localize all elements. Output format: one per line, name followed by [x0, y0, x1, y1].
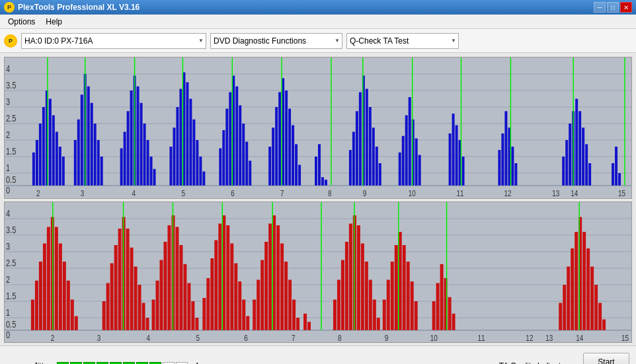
svg-rect-44 — [137, 87, 139, 186]
svg-rect-30 — [77, 120, 80, 186]
svg-text:15: 15 — [618, 189, 625, 198]
svg-rect-57 — [189, 99, 192, 186]
svg-text:5: 5 — [181, 189, 185, 198]
function-select[interactable]: DVD Diagnostic Functions — [210, 33, 342, 49]
jitter-seg-2 — [70, 362, 82, 365]
start-button[interactable]: Start — [583, 353, 629, 365]
svg-rect-134 — [618, 173, 621, 186]
svg-rect-85 — [315, 157, 317, 186]
svg-rect-170 — [39, 262, 42, 330]
svg-rect-29 — [74, 140, 77, 186]
ta-quality-label: TA Quality Indicator: — [499, 361, 570, 365]
svg-rect-237 — [337, 279, 340, 330]
svg-rect-65 — [225, 109, 228, 186]
svg-rect-31 — [81, 94, 83, 186]
svg-text:2: 2 — [6, 275, 10, 285]
svg-rect-53 — [176, 107, 179, 186]
svg-rect-120 — [514, 163, 517, 186]
svg-rect-223 — [264, 242, 268, 330]
svg-rect-40 — [124, 132, 126, 186]
svg-text:4: 4 — [132, 189, 136, 198]
svg-rect-191 — [142, 303, 145, 330]
menu-help[interactable]: Help — [40, 16, 67, 28]
svg-rect-48 — [150, 157, 153, 186]
svg-rect-124 — [569, 124, 571, 186]
svg-rect-250 — [387, 279, 390, 330]
svg-text:10: 10 — [430, 333, 438, 342]
svg-rect-255 — [407, 262, 410, 330]
svg-rect-259 — [432, 301, 436, 330]
svg-rect-175 — [59, 243, 62, 330]
svg-rect-256 — [411, 281, 414, 330]
svg-text:11: 11 — [477, 333, 485, 342]
svg-rect-251 — [391, 262, 394, 330]
maximize-button[interactable]: □ — [607, 2, 619, 13]
svg-rect-20 — [39, 124, 42, 186]
svg-rect-172 — [47, 227, 50, 330]
svg-rect-91 — [352, 132, 355, 186]
svg-rect-117 — [504, 111, 507, 186]
svg-rect-260 — [436, 283, 440, 330]
svg-rect-273 — [586, 248, 590, 330]
close-button[interactable]: ✕ — [620, 2, 632, 13]
svg-text:0: 0 — [6, 330, 10, 340]
top-chart-svg: 4 3.5 3 2.5 2 1.5 1 0.5 0 — [5, 57, 631, 198]
svg-text:0.5: 0.5 — [6, 175, 16, 185]
bottom-chart-svg: 4 3.5 3 2.5 2 1.5 1 0.5 0 — [5, 202, 631, 343]
ta-section: TA Quality Indicator: Very Good — [499, 361, 570, 365]
jitter-label: Jitter: — [7, 361, 53, 365]
svg-rect-107 — [418, 155, 421, 186]
svg-rect-56 — [186, 83, 188, 186]
svg-rect-229 — [288, 279, 292, 330]
svg-rect-93 — [359, 92, 362, 186]
jitter-seg-6 — [123, 362, 135, 365]
svg-rect-66 — [229, 92, 231, 186]
svg-rect-119 — [511, 147, 514, 186]
svg-rect-126 — [575, 99, 578, 186]
svg-rect-109 — [449, 133, 452, 186]
titlebar-left: P PlexTools Professional XL V3.16 — [4, 2, 139, 13]
svg-text:7: 7 — [280, 189, 284, 198]
svg-rect-83 — [298, 165, 301, 186]
test-select[interactable]: Q-Check TA Test — [346, 33, 459, 49]
minimize-button[interactable]: ─ — [594, 2, 606, 13]
svg-rect-168 — [31, 299, 34, 330]
svg-rect-122 — [562, 157, 565, 186]
svg-text:14: 14 — [571, 189, 578, 198]
svg-text:2.5: 2.5 — [6, 114, 16, 124]
svg-rect-245 — [369, 279, 372, 330]
svg-rect-240 — [349, 223, 352, 330]
svg-rect-244 — [365, 262, 368, 330]
app-icon: P — [4, 2, 15, 13]
svg-text:6: 6 — [231, 189, 235, 198]
svg-text:9: 9 — [385, 333, 389, 342]
svg-rect-45 — [140, 103, 143, 186]
svg-rect-129 — [585, 144, 588, 186]
svg-text:0.5: 0.5 — [6, 319, 16, 329]
svg-rect-179 — [75, 316, 78, 330]
svg-rect-54 — [179, 89, 182, 186]
svg-rect-269 — [571, 248, 574, 330]
svg-text:9: 9 — [363, 189, 367, 198]
jitter-seg-10 — [176, 362, 188, 365]
svg-text:7: 7 — [292, 333, 296, 342]
svg-text:4: 4 — [6, 64, 10, 74]
svg-rect-104 — [409, 97, 411, 186]
svg-text:2: 2 — [51, 333, 55, 342]
svg-text:2: 2 — [6, 130, 10, 140]
toolbar: P HA:0 ID:0 PX-716A DVD Diagnostic Funct… — [0, 29, 636, 53]
svg-rect-192 — [146, 318, 149, 330]
svg-rect-79 — [285, 91, 288, 186]
menu-options[interactable]: Options — [3, 16, 40, 28]
svg-rect-207 — [202, 298, 206, 330]
function-select-wrap: DVD Diagnostic Functions — [210, 33, 342, 49]
svg-text:8: 8 — [328, 189, 332, 198]
svg-text:4: 4 — [6, 209, 10, 219]
svg-text:3: 3 — [97, 333, 101, 342]
svg-rect-272 — [582, 232, 586, 330]
svg-rect-263 — [448, 297, 452, 330]
drive-select[interactable]: HA:0 ID:0 PX-716A — [21, 33, 206, 49]
svg-text:14: 14 — [576, 333, 583, 342]
svg-rect-90 — [349, 150, 352, 186]
svg-rect-264 — [452, 313, 456, 330]
